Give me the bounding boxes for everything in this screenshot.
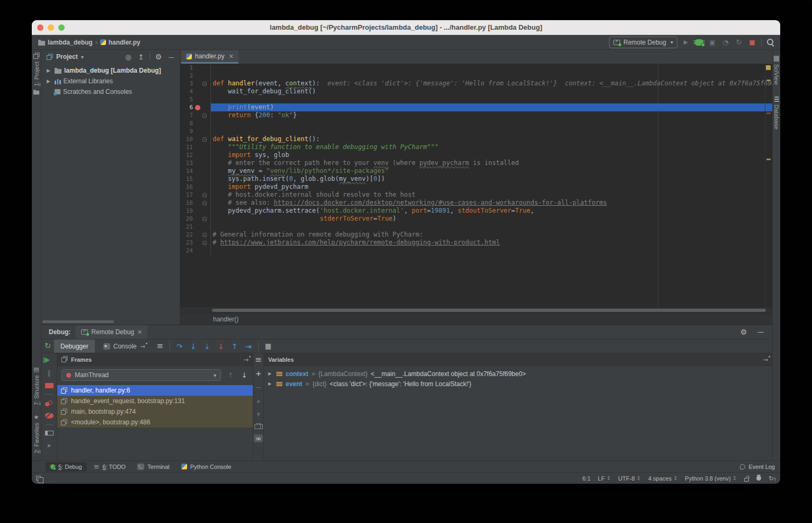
project-panel-title[interactable]: Project bbox=[56, 53, 78, 60]
code-text[interactable] bbox=[211, 223, 772, 231]
focus-icon[interactable]: → bbox=[763, 356, 768, 363]
previous-frame-icon[interactable]: ↑ bbox=[226, 371, 235, 379]
gutter[interactable]: 10 bbox=[180, 135, 211, 143]
gutter[interactable]: 4 bbox=[180, 88, 211, 95]
breakpoint-icon[interactable] bbox=[195, 105, 200, 110]
code-line-5[interactable]: 5 bbox=[180, 95, 772, 103]
variable-row-context[interactable]: ▶context={LambdaContext}<__main__.Lambda… bbox=[264, 369, 772, 379]
code-line-8[interactable]: 8 bbox=[180, 119, 772, 127]
code-line-1[interactable]: 1 bbox=[180, 64, 772, 72]
code-text[interactable]: # https://www.jetbrains.com/help/pycharm… bbox=[211, 239, 772, 247]
code-line-22[interactable]: 22# General information on remote debugg… bbox=[180, 231, 772, 239]
evaluate-expression-icon[interactable]: ▦ bbox=[264, 342, 272, 351]
debug-session-tab[interactable]: Remote Debug ✕ bbox=[76, 325, 147, 339]
project-tool-icon[interactable] bbox=[33, 54, 38, 59]
code-line-15[interactable]: 15 sys.path.insert(0, glob.glob(my_venv)… bbox=[180, 175, 772, 183]
step-out-icon[interactable]: ↑ bbox=[231, 342, 239, 351]
breakpoint-mark[interactable] bbox=[766, 112, 771, 114]
tool-window-button-terminal[interactable]: Terminal bbox=[133, 462, 174, 472]
debug-icon[interactable] bbox=[695, 39, 703, 46]
gutter[interactable]: 1 bbox=[180, 64, 211, 72]
add-icon[interactable]: + bbox=[254, 369, 263, 378]
locate-icon[interactable]: ◎ bbox=[124, 53, 133, 61]
editor-tab-handler-py[interactable]: handler.py ✕ bbox=[181, 50, 239, 64]
sync-icon[interactable]: ↻ bbox=[769, 475, 774, 482]
restore-layout-icon[interactable] bbox=[45, 431, 54, 435]
step-over-icon[interactable]: ↷ bbox=[175, 342, 184, 351]
code-line-7[interactable]: 7 return {200: "ok"} bbox=[180, 111, 772, 119]
fold-marker-icon[interactable] bbox=[202, 114, 207, 118]
gutter[interactable]: 12 bbox=[180, 151, 211, 159]
code-line-4[interactable]: 4 wait_for_debug_client() bbox=[180, 88, 772, 95]
thread-selector[interactable]: MainThread ▾ bbox=[61, 369, 221, 381]
close-session-icon[interactable]: ✕ bbox=[137, 329, 142, 336]
code-text[interactable]: pydevd_pycharm.settrace('host.docker.int… bbox=[211, 207, 772, 215]
code-text[interactable] bbox=[211, 247, 772, 255]
code-text[interactable]: # see also: https://docs.docker.com/desk… bbox=[211, 199, 772, 207]
code-text[interactable] bbox=[211, 127, 772, 135]
code-text[interactable]: import sys, glob bbox=[211, 151, 772, 159]
settings-icon[interactable]: ≡ bbox=[156, 342, 164, 351]
code-line-17[interactable]: 17 # host.docker.internal should resolve… bbox=[180, 191, 772, 199]
minimize-window-button[interactable] bbox=[48, 24, 54, 31]
rerun-icon[interactable]: ↻ bbox=[43, 342, 52, 351]
frame-row[interactable]: handle_event_request, bootstrap.py:131 bbox=[57, 396, 253, 406]
code-text[interactable]: wait_for_debug_client() bbox=[211, 88, 772, 95]
code-line-21[interactable]: 21 bbox=[180, 223, 772, 231]
pause-icon[interactable]: ‖ bbox=[45, 369, 54, 377]
tool-window-switcher-icon[interactable] bbox=[36, 476, 41, 481]
tool-button-project[interactable]: 1: Project bbox=[33, 62, 40, 86]
rerun-failed-icon[interactable]: ↻ bbox=[735, 38, 743, 47]
indent-select[interactable]: 4 spaces↕ bbox=[648, 475, 677, 482]
code-text[interactable]: import pydevd_pycharm bbox=[211, 183, 772, 191]
gutter[interactable]: 9 bbox=[180, 127, 211, 135]
next-frame-icon[interactable]: ↓ bbox=[240, 371, 249, 379]
error-stripe[interactable] bbox=[765, 64, 772, 307]
search-icon[interactable] bbox=[766, 38, 775, 46]
gutter[interactable]: 16 bbox=[180, 183, 211, 191]
up-icon[interactable]: ▲ bbox=[254, 397, 263, 405]
tool-button-sciview[interactable]: ▦SciView bbox=[773, 54, 780, 85]
gutter[interactable]: 2 bbox=[180, 72, 211, 80]
frame-row[interactable]: main, bootstrap.py:474 bbox=[57, 406, 253, 417]
code-text[interactable]: return {200: "ok"} bbox=[211, 111, 772, 119]
gutter[interactable]: 18 bbox=[180, 199, 211, 207]
code-text[interactable] bbox=[211, 64, 772, 72]
code-line-2[interactable]: 2 bbox=[180, 72, 772, 80]
show-return-values-icon[interactable]: ∞ bbox=[254, 434, 263, 442]
gear-icon[interactable]: ⚙ bbox=[154, 53, 163, 61]
run-configuration-select[interactable]: Remote Debug ▾ bbox=[609, 37, 677, 48]
collapse-all-icon[interactable]: ↥ bbox=[137, 53, 145, 61]
gutter[interactable]: 24 bbox=[180, 247, 211, 255]
tool-button-structure[interactable]: ▤7: Structure bbox=[33, 366, 40, 405]
chevron-down-icon[interactable]: ▾ bbox=[81, 54, 84, 60]
code-text[interactable]: sys.path.insert(0, glob.glob(my_venv)[0]… bbox=[211, 175, 772, 183]
code-line-24[interactable]: 24 bbox=[180, 247, 772, 255]
tree-item-2[interactable]: Scratches and Consoles bbox=[41, 86, 180, 97]
breadcrumb-function[interactable]: handler() bbox=[213, 316, 239, 323]
step-into-icon[interactable]: ↓ bbox=[189, 342, 198, 351]
gutter[interactable]: 6 bbox=[180, 103, 211, 111]
hide-panel-icon[interactable]: — bbox=[756, 328, 765, 336]
code-line-23[interactable]: 23# https://www.jetbrains.com/help/pycha… bbox=[180, 239, 772, 247]
gutter[interactable]: 3 bbox=[180, 80, 211, 88]
lock-icon[interactable] bbox=[744, 478, 749, 482]
fold-marker-icon[interactable] bbox=[202, 82, 207, 86]
fold-marker-icon[interactable] bbox=[202, 217, 207, 221]
code-text[interactable]: # host.docker.internal should resolve to… bbox=[211, 191, 772, 199]
folder-stripe-icon[interactable] bbox=[33, 91, 39, 95]
code-text[interactable]: my_venv = "venv/lib/python*/site-package… bbox=[211, 167, 772, 175]
frame-row[interactable]: handler, handler.py:6 bbox=[57, 385, 253, 396]
gutter[interactable]: 22 bbox=[180, 231, 211, 239]
run-to-cursor-icon[interactable]: ⇥ bbox=[244, 342, 253, 351]
settings-icon[interactable]: ≡ bbox=[254, 355, 263, 364]
code-text[interactable]: def handler(event, context): event: <cla… bbox=[211, 80, 772, 88]
gutter[interactable]: 19 bbox=[180, 207, 211, 215]
code-line-16[interactable]: 16 import pydevd_pycharm bbox=[180, 183, 772, 191]
inspection-profile-icon[interactable] bbox=[756, 476, 761, 481]
line-separator-select[interactable]: LF↕ bbox=[598, 475, 611, 482]
stop-square-icon[interactable] bbox=[45, 383, 54, 388]
code-line-19[interactable]: 19 pydevd_pycharm.settrace('host.docker.… bbox=[180, 207, 772, 215]
expand-icon[interactable]: ▶ bbox=[47, 79, 52, 84]
warning-mark[interactable] bbox=[766, 159, 771, 160]
